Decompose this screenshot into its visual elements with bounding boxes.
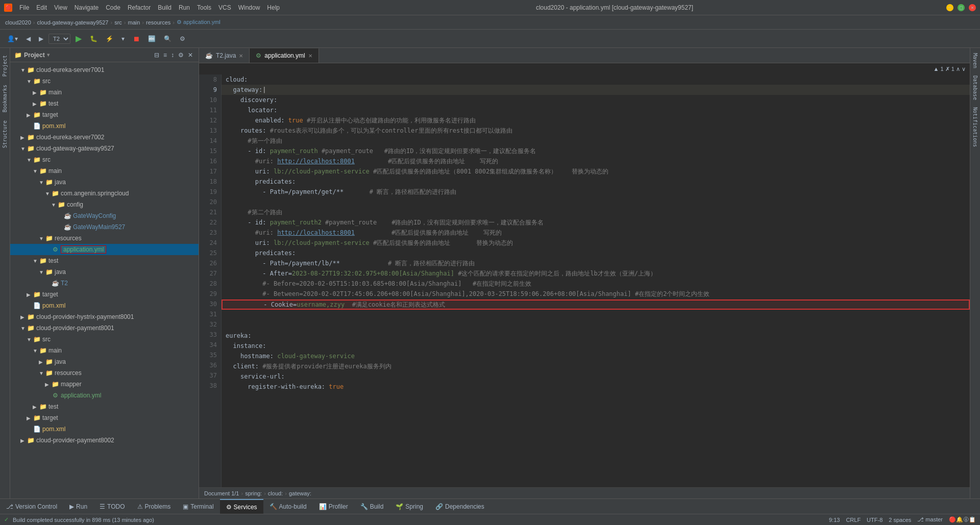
- tree-item-gw-java[interactable]: ▼📁java: [10, 177, 199, 188]
- toolbar-forward[interactable]: ▶: [36, 34, 46, 44]
- tree-item-p8001-mapper[interactable]: ▶📁mapper: [10, 379, 199, 390]
- code-content[interactable]: cloud: gateway:| discovery: locator: ena…: [222, 74, 970, 487]
- menu-tools[interactable]: Tools: [194, 3, 214, 12]
- close-button[interactable]: ✕: [969, 4, 976, 11]
- breadcrumb-module[interactable]: cloud-gateway-gateway9527: [37, 19, 108, 26]
- window-controls[interactable]: ─ □ ✕: [946, 4, 976, 11]
- breadcrumb-main[interactable]: main: [128, 19, 140, 26]
- breadcrumb-project[interactable]: cloud2020: [5, 19, 31, 26]
- tree-item-eureka7001-test[interactable]: ▶📁test: [10, 98, 199, 109]
- editor-breadcrumb-spring[interactable]: spring:: [245, 490, 262, 496]
- breadcrumb-resources[interactable]: resources: [146, 19, 170, 26]
- tree-item-gw-resources[interactable]: ▼📁resources: [10, 233, 199, 244]
- tree-item-p8001-src[interactable]: ▼📁src: [10, 334, 199, 345]
- tree-item-p8001-main[interactable]: ▼📁main: [10, 345, 199, 356]
- menu-file[interactable]: File: [16, 3, 32, 12]
- line-ending[interactable]: CRLF: [846, 517, 861, 523]
- bottom-tab-problems[interactable]: ⚠ Problems: [131, 499, 177, 514]
- tab-appyml[interactable]: ⚙ application.yml ✕: [250, 48, 318, 63]
- breadcrumb-src[interactable]: src: [114, 19, 122, 26]
- tree-item-gw-src[interactable]: ▼📁src: [10, 154, 199, 165]
- run-button[interactable]: ▶: [72, 32, 85, 45]
- bottom-tab-autobuild[interactable]: 🔨 Auto-build: [263, 499, 313, 514]
- run-config-select[interactable]: T2: [48, 34, 70, 44]
- tree-item-payment8001[interactable]: ▼📁cloud-provider-payment8001: [10, 322, 199, 334]
- menu-code[interactable]: Code: [103, 3, 124, 12]
- sidebar-item-project[interactable]: Project: [1, 52, 9, 80]
- bottom-tab-todo[interactable]: ☰ TODO: [93, 499, 131, 514]
- tree-item-gatewaywayconfig[interactable]: ▶☕GateWayConfig: [10, 210, 199, 221]
- bottom-tab-terminal[interactable]: ▣ Terminal: [177, 499, 219, 514]
- toolbar-nav-back[interactable]: 👤▾: [4, 34, 21, 44]
- tree-item-eureka7001-pom[interactable]: ▶📄pom.xml: [10, 120, 199, 132]
- translate-button[interactable]: 🔤: [145, 34, 159, 44]
- breadcrumb-file[interactable]: ⚙ application.yml: [177, 19, 220, 26]
- tree-item-gatewaymain[interactable]: ▶☕GateWayMain9527: [10, 221, 199, 233]
- tree-item-eureka7001-target[interactable]: ▶📁target: [10, 109, 199, 120]
- bottom-tab-dependencies[interactable]: 🔗 Dependencies: [429, 499, 491, 514]
- menu-edit[interactable]: Edit: [33, 3, 50, 12]
- menu-help[interactable]: Help: [264, 3, 283, 12]
- tree-item-gateway9527[interactable]: ▼📁cloud-gateway-gateway9527: [10, 143, 199, 154]
- tree-item-p8001-pom[interactable]: ▶📄pom.xml: [10, 423, 199, 435]
- coverage-button[interactable]: ⚡: [103, 34, 116, 44]
- tree-item-gw-pom[interactable]: ▶📄pom.xml: [10, 300, 199, 311]
- menu-run[interactable]: Run: [176, 3, 193, 12]
- panel-actions[interactable]: ⊟ ≡ ↕ ⚙ ✕: [153, 51, 194, 59]
- bottom-tab-services[interactable]: ⚙ Services: [220, 499, 263, 514]
- tree-item-gw-target[interactable]: ▶📁target: [10, 289, 199, 300]
- bottom-tabs[interactable]: ⎇ Version Control ▶ Run ☰ TODO ⚠ Problem…: [0, 498, 980, 514]
- sidebar-maven[interactable]: Maven: [971, 50, 979, 71]
- maximize-button[interactable]: □: [958, 4, 965, 11]
- tree-item-eureka7001-main[interactable]: ▶📁main: [10, 87, 199, 98]
- menu-view[interactable]: View: [51, 3, 70, 12]
- tree-item-gw-main[interactable]: ▼📁main: [10, 165, 199, 177]
- bottom-tab-build[interactable]: 🔧 Build: [354, 499, 390, 514]
- menu-refactor[interactable]: Refactor: [125, 3, 154, 12]
- tree-item-gw-pkg[interactable]: ▼📁com.angenin.springcloud: [10, 188, 199, 199]
- project-tree[interactable]: ▼📁cloud-eureka-server7001 ▼📁src ▶📁main ▶…: [10, 62, 199, 498]
- toolbar-back[interactable]: ◀: [23, 34, 34, 44]
- tree-item-payment8002[interactable]: ▶📁cloud-provider-payment8002: [10, 435, 199, 446]
- stop-button[interactable]: ⏹: [130, 33, 143, 44]
- tree-item-p8001-test[interactable]: ▶📁test: [10, 401, 199, 412]
- indent-style[interactable]: 2 spaces: [889, 517, 911, 523]
- tree-item-eureka7001-src[interactable]: ▼📁src: [10, 76, 199, 87]
- code-editor[interactable]: 8 9 10 11 12 13 14 15 16 17 18 19 20 21 …: [199, 74, 970, 487]
- panel-collapse-all[interactable]: ⊟: [153, 51, 161, 59]
- tab-appyml-close[interactable]: ✕: [308, 53, 312, 59]
- encoding[interactable]: UTF-8: [867, 517, 883, 523]
- bottom-tab-profiler[interactable]: 📊 Profiler: [313, 499, 354, 514]
- sidebar-database[interactable]: Database: [971, 72, 979, 103]
- sidebar-item-bookmarks[interactable]: Bookmarks: [1, 82, 9, 115]
- tree-item-eureka7002[interactable]: ▶📁cloud-eureka-server7002: [10, 132, 199, 143]
- panel-expand-all[interactable]: ≡: [162, 51, 168, 59]
- minimize-button[interactable]: ─: [946, 4, 953, 11]
- menu-window[interactable]: Window: [235, 3, 263, 12]
- tree-item-p8001-appyml[interactable]: ▶⚙application.yml: [10, 390, 199, 401]
- panel-sort[interactable]: ↕: [169, 51, 176, 59]
- bottom-tab-run[interactable]: ▶ Run: [63, 499, 93, 514]
- git-branch[interactable]: ⎇ master: [917, 516, 943, 523]
- tree-item-gw-test-java[interactable]: ▼📁java: [10, 266, 199, 278]
- menu-bar[interactable]: File Edit View Navigate Code Refactor Bu…: [16, 3, 283, 12]
- bottom-tab-spring[interactable]: 🌱 Spring: [389, 499, 429, 514]
- tree-item-t2[interactable]: ▶☕T2: [10, 278, 199, 289]
- more-run-button[interactable]: ▾: [118, 34, 128, 44]
- tree-item-hystrix[interactable]: ▶📁cloud-provider-hystrix-payment8001: [10, 311, 199, 322]
- tree-item-gw-test[interactable]: ▼📁test: [10, 255, 199, 266]
- menu-vcs[interactable]: VCS: [215, 3, 234, 12]
- editor-breadcrumb-cloud[interactable]: cloud:: [268, 490, 283, 496]
- tree-item-p8001-target[interactable]: ▶📁target: [10, 412, 199, 423]
- tab-t2java[interactable]: ☕ T2.java ✕: [199, 48, 250, 63]
- editor-tabs[interactable]: ☕ T2.java ✕ ⚙ application.yml ✕: [199, 48, 970, 63]
- tree-item-p8001-res[interactable]: ▼📁resources: [10, 367, 199, 379]
- cursor-position[interactable]: 9:13: [829, 517, 840, 523]
- panel-close[interactable]: ✕: [186, 51, 194, 59]
- tree-item-p8001-java[interactable]: ▶📁java: [10, 356, 199, 367]
- sidebar-notifications[interactable]: Notifications: [971, 104, 979, 150]
- tab-t2java-close[interactable]: ✕: [239, 53, 243, 59]
- debug-button[interactable]: 🐛: [87, 34, 101, 44]
- tree-item-gw-config-pkg[interactable]: ▼📁config: [10, 199, 199, 210]
- sidebar-item-structure[interactable]: Structure: [1, 117, 9, 151]
